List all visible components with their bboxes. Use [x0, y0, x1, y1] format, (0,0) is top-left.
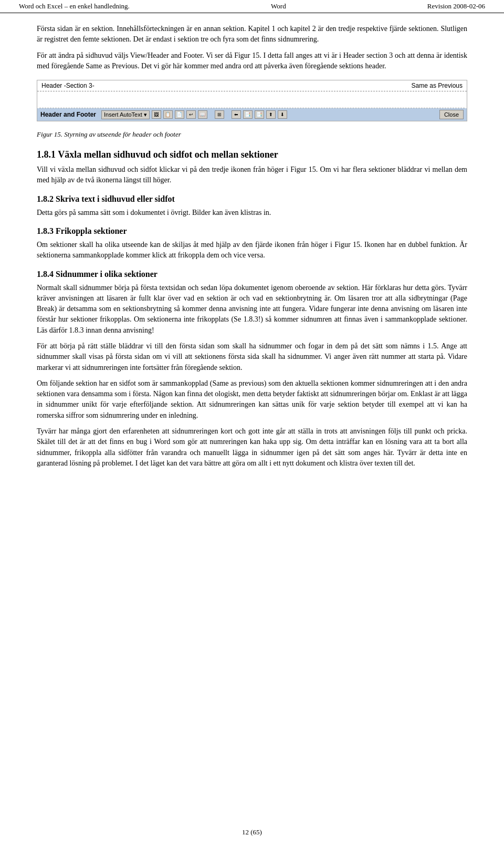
figure-header-row: Header -Section 3- Same as Previous — [37, 80, 467, 91]
figure-toolbar: Header and Footer Insert AutoText ▾ 🖼 📋 … — [37, 108, 467, 121]
toolbar-icon-11[interactable]: ⬇ — [278, 110, 287, 119]
section-184-paragraph-2: För att börja på rätt ställe bläddrar vi… — [37, 341, 467, 373]
section-184-paragraph-3: Om följande sektion har en sidfot som är… — [37, 378, 467, 421]
header-left: Word och Excel – en enkel handledning. — [19, 2, 130, 11]
section-183-heading: 1.8.3 Frikoppla sektioner — [37, 226, 467, 236]
header-center: Word — [271, 2, 286, 11]
page-footer: 12 (65) — [0, 823, 504, 842]
section-184-paragraph-1: Normalt skall sidnummer börja på första … — [37, 283, 467, 336]
toolbar-icon-10[interactable]: ⬆ — [266, 110, 276, 119]
figure-15: Header -Section 3- Same as Previous Head… — [37, 80, 467, 121]
header-right: Revision 2008-02-06 — [427, 2, 485, 11]
intro-paragraph: Första sidan är en sektion. Innehållsför… — [37, 24, 467, 45]
figure-header-right: Same as Previous — [412, 82, 463, 89]
page-header: Word och Excel – en enkel handledning. W… — [0, 0, 504, 13]
toolbar-icon-2[interactable]: 📋 — [163, 110, 173, 119]
section-184-heading: 1.8.4 Sidnummer i olika sektioner — [37, 270, 467, 279]
toolbar-icon-4[interactable]: ↩ — [186, 110, 196, 119]
toolbar-icon-3[interactable]: 📄 — [175, 110, 184, 119]
figure-inner-space — [39, 91, 465, 108]
toolbar-icon-9[interactable]: 📑 — [255, 110, 264, 119]
toolbar-title: Header and Footer — [40, 111, 96, 118]
page-number: 12 (65) — [242, 828, 262, 836]
figure-caption: Figur 15. Styrning av utseende för heade… — [37, 130, 467, 140]
section-184-paragraph-4: Tyvärr har många gjort den erfarenheten … — [37, 426, 467, 469]
section-182-paragraph: Detta görs på samma sätt som i dokumente… — [37, 208, 467, 218]
close-button[interactable]: Close — [439, 110, 464, 119]
insert-autotext-label: Insert AutoText ▾ — [104, 111, 147, 118]
toolbar-icon-6[interactable]: ⊞ — [215, 110, 224, 119]
section-182-heading: 1.8.2 Skriva text i sidhuvud eller sidfo… — [37, 194, 467, 204]
toolbar-icon-8[interactable]: 📑 — [243, 110, 253, 119]
section-181-heading: 1.8.1 Växla mellan sidhuvud och sidfot o… — [37, 149, 467, 160]
main-paragraph: För att ändra på sidhuvud väljs View/Hea… — [37, 50, 467, 72]
insert-autotext-button[interactable]: Insert AutoText ▾ — [101, 110, 150, 119]
section-183-paragraph: Om sektioner skall ha olika utseende kan… — [37, 240, 467, 261]
section-181-paragraph: Vill vi växla mellan sidhuvud och sidfot… — [37, 164, 467, 186]
toolbar-icon-1[interactable]: 🖼 — [152, 110, 161, 119]
figure-header-left: Header -Section 3- — [41, 82, 94, 89]
toolbar-icon-5[interactable]: 📖 — [198, 110, 207, 119]
toolbar-icon-7[interactable]: ⬅ — [232, 110, 241, 119]
page-content: Första sidan är en sektion. Innehållsför… — [0, 13, 504, 495]
